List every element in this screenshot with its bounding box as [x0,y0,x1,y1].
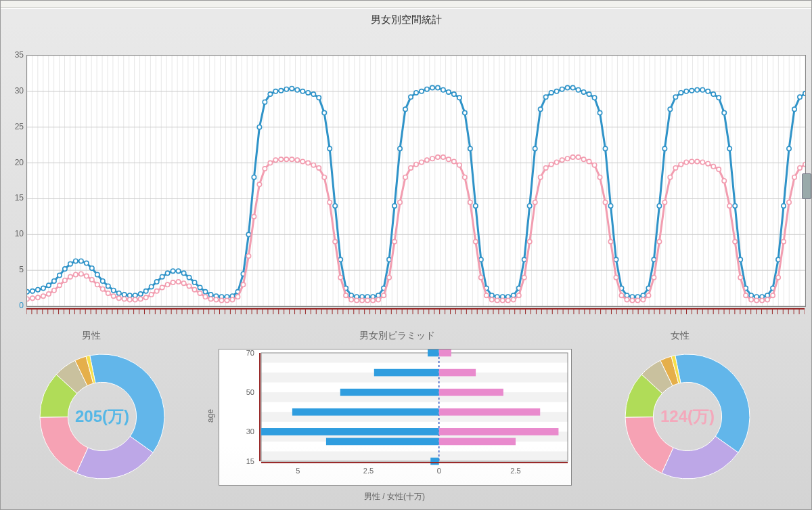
svg-point-157 [41,286,45,290]
svg-point-176 [143,289,148,293]
svg-point-389 [512,297,516,301]
svg-point-317 [122,297,127,301]
svg-point-206 [306,91,310,95]
svg-point-320 [139,297,143,301]
svg-point-198 [263,100,267,104]
svg-point-351 [306,161,310,165]
svg-point-336 [225,298,229,302]
svg-point-214 [349,293,353,297]
svg-point-362 [365,298,369,302]
svg-point-272 [662,146,667,150]
svg-point-424 [700,160,704,164]
svg-point-374 [430,156,434,161]
svg-point-251 [549,91,553,95]
female-total: 124(万) [606,349,769,484]
svg-point-258 [587,92,591,96]
svg-point-372 [420,160,424,164]
svg-point-297 [798,95,802,99]
chart-scroll-grip[interactable] [802,173,811,199]
svg-point-277 [690,89,694,93]
svg-point-409 [619,293,623,297]
svg-point-411 [630,298,634,302]
svg-point-431 [738,276,742,280]
line-chart-svg [27,56,805,306]
svg-point-260 [597,110,602,114]
svg-rect-604 [292,408,439,416]
svg-point-284 [727,146,731,150]
svg-point-196 [252,175,256,179]
svg-text:30: 30 [246,427,254,435]
svg-point-429 [727,204,731,208]
svg-point-396 [549,162,553,166]
svg-text:15: 15 [246,457,254,465]
svg-point-312 [95,282,99,286]
svg-point-318 [128,297,132,301]
svg-point-371 [414,162,418,166]
svg-point-208 [317,95,321,100]
svg-point-268 [641,293,645,297]
svg-point-273 [668,107,672,111]
svg-point-159 [52,279,56,283]
svg-text:2.5: 2.5 [363,467,374,475]
svg-point-420 [679,162,683,166]
svg-point-443 [803,162,805,166]
svg-point-347 [284,157,288,161]
lower-panel: 男性 男女別ピラミッド 女性 205(万) age 1530507052.502… [1,330,812,506]
svg-point-430 [733,240,737,244]
svg-point-298 [803,91,805,95]
line-chart-x-scrollbar[interactable] [26,307,805,320]
svg-point-386 [495,298,499,302]
svg-point-434 [754,298,759,302]
svg-point-352 [311,163,315,167]
svg-point-228 [425,87,429,91]
svg-point-395 [543,166,547,170]
line-chart-y-ticks: 05101520253035 [6,55,24,305]
svg-point-321 [143,295,148,299]
svg-point-171 [117,291,121,295]
svg-point-327 [176,280,180,284]
svg-point-186 [198,285,202,289]
pyramid-chart[interactable]: 1530507052.502.5 [219,349,572,486]
svg-point-172 [122,293,127,297]
svg-point-180 [165,271,169,275]
svg-point-405 [597,175,602,179]
svg-point-425 [706,161,710,165]
svg-point-354 [322,175,326,179]
male-label: 男性 [82,330,101,342]
svg-point-205 [300,89,304,93]
svg-text:5: 5 [296,467,300,475]
svg-point-329 [187,284,191,288]
pyramid-svg: 1530507052.502.5 [219,349,571,485]
svg-point-219 [376,293,380,297]
svg-point-276 [684,89,688,93]
male-donut[interactable]: 205(万) [21,349,183,484]
svg-point-259 [592,95,596,100]
window-topbar [1,1,811,8]
svg-point-367 [392,240,397,244]
svg-point-183 [181,271,185,275]
svg-point-300 [30,296,35,300]
svg-point-428 [722,179,726,183]
svg-point-265 [625,293,629,297]
svg-point-393 [533,200,537,205]
svg-point-204 [295,88,299,92]
svg-point-201 [279,89,283,93]
female-donut[interactable]: 124(万) [606,349,769,484]
app-frame: 男女別空間統計 05101520253035 男性 男女別ピラミッド 女性 20… [0,0,812,510]
svg-point-314 [106,291,110,295]
svg-point-170 [112,289,116,293]
svg-point-323 [154,289,158,293]
line-chart[interactable] [26,55,806,307]
svg-point-222 [392,204,397,208]
svg-point-427 [717,167,721,171]
svg-point-353 [317,166,321,170]
svg-point-341 [252,215,256,219]
svg-point-415 [652,276,656,280]
svg-point-432 [744,293,748,297]
svg-point-322 [149,293,153,297]
svg-text:50: 50 [246,388,254,396]
svg-point-326 [171,280,175,284]
pyramid-ylabel: age [206,409,215,423]
svg-point-308 [74,272,78,276]
svg-point-364 [376,297,380,301]
